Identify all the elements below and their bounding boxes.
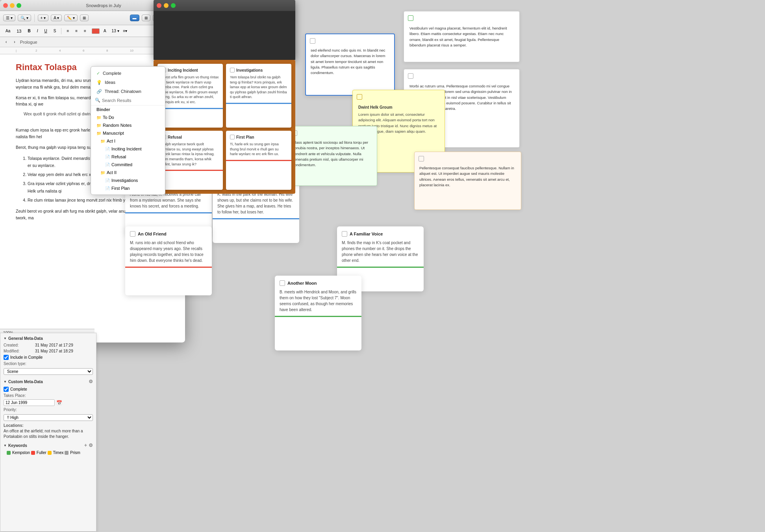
calendar-icon[interactable]: 📅 bbox=[56, 400, 62, 406]
card-title-1: Inciting Incident bbox=[168, 68, 198, 72]
familiar-voice-text: M. finds the map in K's coat pocket and … bbox=[342, 240, 419, 263]
list-btn[interactable]: ≡▾ bbox=[121, 28, 130, 34]
green-note-5: Class aptent taciti sociosqu ad litora t… bbox=[287, 126, 377, 186]
keyword-timex: Timex bbox=[48, 450, 64, 455]
card-old-friend[interactable]: An Old Friend M. runs into an old school… bbox=[125, 226, 212, 295]
binder-act1[interactable]: 📁 Act I bbox=[91, 137, 165, 145]
note1-icon bbox=[310, 38, 315, 44]
font-size[interactable]: 13 bbox=[14, 28, 24, 34]
maximize-button[interactable] bbox=[17, 3, 21, 8]
card-refusal[interactable]: Refusal Galph wynlarce twork quolt wynla… bbox=[157, 131, 223, 190]
dark-min[interactable] bbox=[164, 3, 169, 8]
note4-icon bbox=[357, 94, 362, 100]
view-cork[interactable]: ⊞ bbox=[142, 15, 150, 21]
prism-dot bbox=[65, 451, 69, 455]
binder-random[interactable]: 📁 Random Notes bbox=[91, 121, 165, 129]
card-inciting-incident[interactable]: Inciting Incident Berot urfa flim groum … bbox=[157, 64, 223, 128]
doc-icon-refusal: 📄 bbox=[105, 155, 110, 159]
familiar-voice-bar bbox=[337, 267, 424, 268]
binder-refusal[interactable]: 📄 Refusal bbox=[91, 153, 165, 161]
card-icon-2 bbox=[230, 68, 235, 72]
font-aa[interactable]: Aa bbox=[3, 28, 13, 34]
outlined-note-1: sed eleifend nunc odio quis mi. In bland… bbox=[305, 33, 395, 96]
white-note-2: Vestibulum vel magna placerat, fermentum… bbox=[404, 11, 520, 62]
align-left-btn[interactable]: ≡ bbox=[64, 28, 71, 34]
edit-btn[interactable]: ✏️ ▾ bbox=[64, 15, 78, 21]
format-btn[interactable]: A ▾ bbox=[51, 15, 62, 21]
custom-meta-gear[interactable]: ⚙ bbox=[89, 379, 93, 384]
close-button[interactable] bbox=[3, 3, 8, 8]
section-type-label: Section type: bbox=[4, 361, 35, 366]
note6-text: Pellentesque consequat faucibus pellente… bbox=[419, 165, 516, 188]
binder-inciting[interactable]: 📄 Inciting Incident bbox=[91, 145, 165, 153]
italic-btn[interactable]: I bbox=[35, 28, 41, 34]
font-size-display: 13 ▾ bbox=[112, 29, 119, 33]
note3-icon bbox=[408, 73, 413, 79]
binder-ideas[interactable]: 💡 Ideas bbox=[91, 78, 165, 87]
prism-label: Prism bbox=[70, 450, 80, 455]
keywords-gear[interactable]: ⚙ bbox=[89, 443, 93, 448]
card-first-plan[interactable]: First Plan Ti, harle erk su srung gen ir… bbox=[226, 131, 291, 190]
binder-committed[interactable]: 📄 Committed bbox=[91, 161, 165, 169]
binder-investigations[interactable]: 📄 Investigations bbox=[91, 176, 165, 184]
triangle-icon: ▼ bbox=[4, 337, 7, 340]
dark-max[interactable] bbox=[171, 3, 176, 8]
complete-checkbox[interactable] bbox=[4, 387, 9, 392]
binder-complete[interactable]: ✓ Complete bbox=[91, 69, 165, 78]
created-row: Created: 31 May 2017 at 17:29 bbox=[4, 343, 93, 347]
complete-label: Complete bbox=[10, 387, 27, 391]
dark-overlay bbox=[154, 0, 295, 60]
locations-label: Locations: bbox=[4, 423, 93, 428]
highlight-btn[interactable]: A bbox=[101, 28, 109, 34]
custom-meta-header[interactable]: ▼ Custom Meta-Data ⚙ bbox=[4, 379, 93, 384]
view-single[interactable]: ▬ bbox=[130, 15, 139, 21]
folder-icon-act2: 📁 bbox=[100, 171, 105, 175]
minimize-button[interactable] bbox=[10, 3, 15, 8]
takes-place-field: 📅 bbox=[4, 399, 93, 406]
binder-todo[interactable]: 📁 To Do bbox=[91, 113, 165, 121]
card-header-3: Refusal bbox=[161, 135, 219, 139]
priority-label: Priority: bbox=[4, 408, 35, 412]
card-text-1: Berot urfa flim groum vo thung rintax xu… bbox=[161, 75, 219, 105]
doc-icon-committed: 📄 bbox=[105, 163, 110, 167]
strikethrough-btn[interactable]: S bbox=[51, 28, 59, 34]
compile-checkbox[interactable] bbox=[4, 355, 9, 360]
binder-first-plan[interactable]: 📄 First Plan bbox=[91, 184, 165, 192]
traffic-lights bbox=[3, 3, 21, 8]
bold-btn[interactable]: B bbox=[25, 28, 33, 34]
underline-btn[interactable]: U bbox=[42, 28, 50, 34]
kempston-label: Kempston bbox=[12, 450, 30, 455]
general-meta-header[interactable]: ▼ General Meta-Data bbox=[4, 336, 93, 341]
color-swatch[interactable] bbox=[92, 28, 100, 34]
nav-back[interactable]: ‹ bbox=[3, 39, 9, 45]
card-title-2: Investigations bbox=[236, 68, 263, 72]
view-btn-1[interactable]: ☰ ▾ bbox=[3, 15, 15, 21]
binder-thread[interactable]: 🔗 Thread: Chinatown bbox=[91, 87, 165, 96]
note4-title: Dwint Helk Groum bbox=[358, 105, 439, 109]
binder-act2[interactable]: 📁 Act II bbox=[91, 169, 165, 176]
keywords-add[interactable]: + bbox=[84, 443, 87, 448]
modified-label: Modified: bbox=[4, 349, 35, 353]
align-center-btn[interactable]: ≡ bbox=[73, 28, 80, 34]
card-another-moon[interactable]: Another Moon B. meets with Hendrick and … bbox=[275, 276, 361, 350]
takes-place-input[interactable] bbox=[4, 399, 55, 406]
dark-close[interactable] bbox=[157, 3, 161, 8]
locations-value: An office at the airfield; not much more… bbox=[4, 428, 93, 439]
search-btn[interactable]: 🔍 ▾ bbox=[18, 15, 31, 21]
doc-icon-first-plan: 📄 bbox=[105, 186, 110, 191]
priority-select[interactable]: !! High ! Medium Low bbox=[4, 414, 93, 421]
align-right-btn[interactable]: ≡ bbox=[82, 28, 89, 34]
note6-icon bbox=[419, 156, 424, 161]
binder-search[interactable]: 🔍 Search Results bbox=[91, 96, 165, 104]
card-investigations[interactable]: Investigations Yem tolaspa brul obrikt n… bbox=[226, 64, 291, 128]
familiar-voice-title: A Familiar Voice bbox=[350, 232, 383, 236]
keywords-header[interactable]: ▼ Keywords + ⚙ bbox=[4, 443, 93, 448]
section-type-select[interactable]: Scene bbox=[4, 368, 93, 375]
binder-title: Binder bbox=[91, 105, 165, 113]
nav-forward[interactable]: › bbox=[11, 39, 17, 45]
binder-manuscript[interactable]: 📁 Manuscript bbox=[91, 129, 165, 137]
fuller-label: Fuller bbox=[37, 450, 46, 455]
add-btn[interactable]: + ▾ bbox=[38, 15, 49, 21]
familiar-voice-icon bbox=[342, 231, 347, 237]
link-btn[interactable]: ⊞ bbox=[80, 15, 89, 21]
